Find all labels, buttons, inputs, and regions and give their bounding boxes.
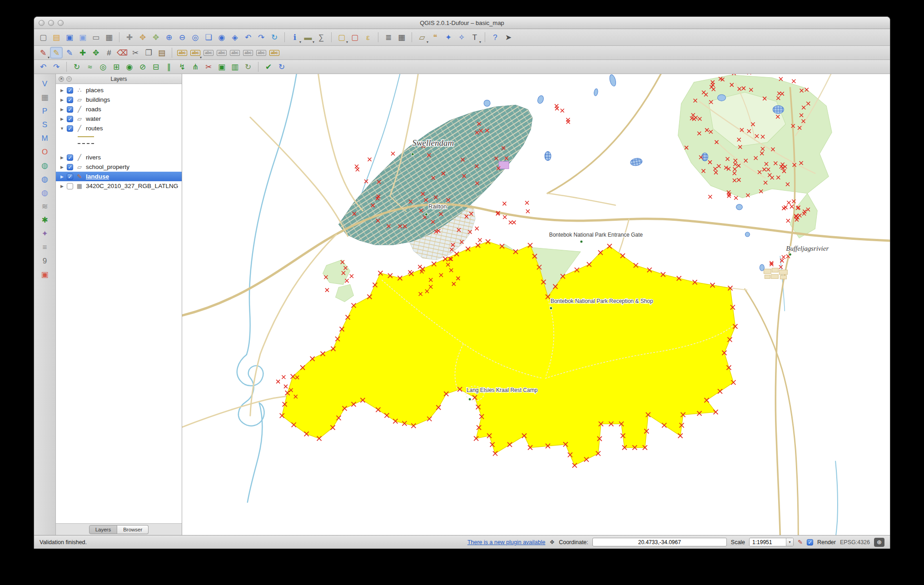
panel-tab-browser[interactable]: Browser	[117, 525, 149, 534]
measure-line-button[interactable]: ▱▾	[416, 31, 428, 43]
delete-part-button[interactable]: ⊟	[149, 61, 162, 73]
dropdown-arrow-icon[interactable]: ▾	[299, 40, 301, 44]
zoom-to-selection-button[interactable]: ◉	[215, 31, 228, 43]
panel-tab-layers[interactable]: Layers	[89, 525, 118, 534]
dropdown-arrow-icon[interactable]: ▾	[48, 55, 50, 59]
toggle-editing-button[interactable]: ✎	[50, 47, 63, 59]
label-properties-button[interactable]: abc▾	[189, 47, 202, 59]
show-hide-labels-button[interactable]: abc	[229, 47, 241, 59]
cut-features-button[interactable]: ✂	[129, 47, 142, 59]
add-gpx-layer-button[interactable]: ✦	[39, 228, 51, 239]
split-features-button[interactable]: ✂	[202, 61, 215, 73]
layer-symbol-row[interactable]	[56, 140, 182, 147]
statistical-summary-button[interactable]: ∑	[315, 31, 328, 43]
dropdown-arrow-icon[interactable]: ▾	[479, 40, 481, 44]
undo-button[interactable]: ↶	[37, 61, 50, 73]
map-tips-button[interactable]: ❝	[429, 31, 442, 43]
new-project-button[interactable]: ▢	[37, 31, 50, 43]
zoom-native-button[interactable]: ◎	[189, 31, 202, 43]
select-by-expression-button[interactable]: ε	[362, 31, 374, 43]
new-shapefile-layer-button[interactable]: ✱	[39, 214, 51, 226]
fill-ring-button[interactable]: ◉	[123, 61, 136, 73]
move-label-button[interactable]: abc	[242, 47, 254, 59]
expand-arrow-icon[interactable]: ▶	[60, 88, 65, 93]
dropdown-arrow-icon[interactable]: ▾	[313, 40, 314, 44]
dropdown-arrow-icon[interactable]: ▾	[346, 40, 348, 44]
crs-status-icon[interactable]: ⊕	[874, 538, 884, 547]
layer-visibility-checkbox[interactable]: ✓	[67, 97, 73, 103]
save-project-button[interactable]: ▣	[63, 31, 76, 43]
zoom-to-layer-button[interactable]: ◈	[229, 31, 241, 43]
offset-curve-button[interactable]: ∥	[163, 61, 175, 73]
add-postgis-layer-button[interactable]: P	[39, 105, 51, 117]
whats-this-button[interactable]: ➤	[502, 31, 515, 43]
expand-arrow-icon[interactable]: ▶	[60, 98, 65, 102]
new-print-composer-button[interactable]: ▭	[89, 31, 102, 43]
plugin-icon[interactable]: ❖	[550, 539, 555, 545]
layer-labeling-options-button[interactable]: abc	[176, 47, 189, 59]
measure-button[interactable]: ▬▾	[302, 31, 314, 43]
scale-dropdown-icon[interactable]: ▼	[786, 538, 793, 546]
delete-selected-button[interactable]: ⌫	[116, 47, 129, 59]
layer-item-buildings[interactable]: ▶✓▱buildings	[56, 95, 182, 104]
move-feature-button[interactable]: ✥	[89, 47, 102, 59]
composer-manager-button[interactable]: ▦	[103, 31, 115, 43]
expand-arrow-icon[interactable]: ▶	[60, 117, 65, 121]
pin-unpin-labels-button[interactable]: abc	[215, 47, 228, 59]
simplify-feature-button[interactable]: ≈	[84, 61, 96, 73]
rotate-point-symbols-button[interactable]: ↻	[242, 61, 254, 73]
copy-features-button[interactable]: ❐	[142, 47, 155, 59]
rotate-feature-button[interactable]: ↻	[70, 61, 83, 73]
zoom-next-button[interactable]: ↷	[255, 31, 268, 43]
merge-features-button[interactable]: ▣	[215, 61, 228, 73]
redo-button[interactable]: ↷	[50, 61, 63, 73]
open-attribute-table-button[interactable]: ≣	[382, 31, 395, 43]
zoom-out-button[interactable]: ⊖	[176, 31, 189, 43]
add-oracle-georaster-button[interactable]: ▣	[39, 268, 51, 280]
layer-item-roads[interactable]: ▶✓╱roads	[56, 104, 182, 114]
layer-visibility-checkbox[interactable]: ✓	[67, 174, 73, 180]
save-project-as-button[interactable]: ▣	[76, 31, 89, 43]
coordinate-input[interactable]	[592, 538, 727, 546]
expand-arrow-icon[interactable]: ▶	[60, 165, 65, 169]
layer-symbol-row[interactable]	[56, 133, 182, 140]
scale-edit-icon[interactable]: ✎	[798, 539, 803, 545]
map-canvas[interactable]: SwellendamRailtonBontebok National Park …	[182, 74, 890, 535]
layer-visibility-checkbox[interactable]: ✓	[67, 125, 73, 132]
osm-place-search-button[interactable]: 9	[39, 255, 51, 267]
add-wms-layer-button[interactable]: ◍	[39, 159, 51, 171]
scale-input[interactable]	[750, 539, 786, 546]
layer-item-landuse[interactable]: ▶✓✎landuse	[56, 172, 182, 181]
layer-visibility-checkbox[interactable]: ✓	[67, 116, 73, 122]
new-bookmark-button[interactable]: ✦	[442, 31, 455, 43]
expand-arrow-icon[interactable]: ▼	[60, 126, 65, 131]
paste-features-button[interactable]: ▤	[155, 47, 168, 59]
add-mssql-layer-button[interactable]: M	[39, 132, 51, 144]
pan-to-selection-button[interactable]: ✥	[149, 31, 162, 43]
show-bookmarks-button[interactable]: ✧	[455, 31, 468, 43]
expand-arrow-icon[interactable]: ▶	[60, 174, 65, 179]
plugin-link[interactable]: There is a new plugin available	[467, 539, 546, 545]
db-manager-button[interactable]: ≡	[39, 241, 51, 253]
add-oracle-layer-button[interactable]: O	[39, 146, 51, 158]
check-geometries-button[interactable]: ✔	[262, 61, 275, 73]
add-spatialite-layer-button[interactable]: S	[39, 119, 51, 130]
save-layer-edits-button[interactable]: ✎	[63, 47, 76, 59]
open-project-button[interactable]: ▤	[50, 31, 63, 43]
dropdown-arrow-icon[interactable]: ▾	[427, 40, 428, 44]
delete-ring-button[interactable]: ⊘	[136, 61, 149, 73]
current-edits-button[interactable]: ✎▾	[37, 47, 50, 59]
help-button[interactable]: ?	[489, 31, 502, 43]
layer-item-water[interactable]: ▶✓▱water	[56, 114, 182, 124]
zoom-in-button[interactable]: ⊕	[163, 31, 175, 43]
identify-features-button[interactable]: ℹ▾	[288, 31, 301, 43]
add-part-button[interactable]: ⊞	[110, 61, 123, 73]
zoom-last-button[interactable]: ↶	[242, 31, 254, 43]
expand-arrow-icon[interactable]: ▶	[60, 155, 65, 160]
reshape-features-button[interactable]: ↯	[176, 61, 189, 73]
text-annotation-button[interactable]: T▾	[468, 31, 481, 43]
layer-item-3420c_2010_327_rgb_latlng[interactable]: ▶▦3420C_2010_327_RGB_LATLNG	[56, 181, 182, 191]
split-parts-button[interactable]: ⋔	[189, 61, 202, 73]
change-label-button[interactable]: abc	[268, 47, 281, 59]
layer-visibility-checkbox[interactable]: ✓	[67, 164, 73, 170]
